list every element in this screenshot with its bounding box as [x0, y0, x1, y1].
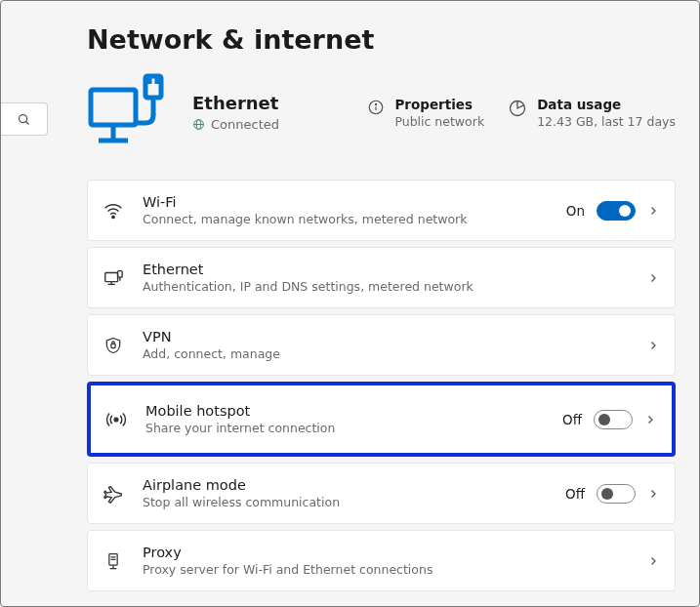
data-usage-label: Data usage — [537, 97, 676, 112]
vpn-card[interactable]: VPN Add, connect, manage — [87, 314, 676, 376]
wifi-sub: Connect, manage known networks, metered … — [143, 212, 549, 226]
search-button[interactable] — [1, 102, 48, 136]
connection-status: Connected — [211, 117, 279, 132]
chevron-right-icon — [647, 205, 659, 217]
wifi-title: Wi-Fi — [143, 194, 549, 210]
hotspot-icon — [104, 409, 128, 430]
hotspot-sub: Share your internet connection — [145, 421, 545, 435]
wifi-icon — [102, 200, 125, 222]
chevron-right-icon — [647, 272, 659, 284]
vpn-sub: Add, connect, manage — [143, 346, 630, 361]
airplane-state: Off — [565, 486, 585, 502]
data-usage-icon — [508, 99, 527, 118]
wifi-state: On — [566, 203, 585, 219]
ethernet-sub: Authentication, IP and DNS settings, met… — [143, 279, 630, 294]
hotspot-title: Mobile hotspot — [145, 403, 545, 419]
globe-icon — [192, 118, 205, 131]
svg-point-16 — [112, 216, 114, 218]
ethernet-card[interactable]: Ethernet Authentication, IP and DNS sett… — [87, 247, 676, 308]
connection-name: Ethernet — [192, 93, 344, 113]
chevron-right-icon — [644, 414, 656, 425]
svg-rect-17 — [105, 272, 118, 281]
chevron-right-icon — [647, 555, 659, 567]
vpn-title: VPN — [143, 329, 630, 344]
vpn-icon — [102, 335, 125, 356]
ethernet-title: Ethernet — [143, 262, 630, 277]
proxy-icon — [102, 550, 125, 572]
airplane-card[interactable]: Airplane mode Stop all wireless communic… — [87, 463, 676, 524]
chevron-right-icon — [647, 340, 659, 351]
wifi-card[interactable]: Wi-Fi Connect, manage known networks, me… — [87, 180, 676, 241]
airplane-title: Airplane mode — [143, 477, 548, 493]
data-usage-value: 12.43 GB, last 17 days — [537, 114, 676, 129]
ethernet-icon — [102, 267, 125, 289]
svg-rect-20 — [118, 270, 123, 276]
svg-point-14 — [376, 103, 377, 104]
ethernet-hero-icon — [87, 72, 169, 152]
wifi-toggle[interactable] — [597, 201, 636, 221]
hotspot-toggle[interactable] — [594, 410, 633, 429]
svg-rect-22 — [111, 344, 115, 347]
svg-line-1 — [26, 121, 29, 124]
properties-link[interactable]: Properties Public network — [367, 97, 484, 129]
airplane-sub: Stop all wireless communication — [143, 495, 548, 509]
airplane-toggle[interactable] — [597, 484, 636, 504]
properties-value: Public network — [394, 114, 484, 129]
properties-label: Properties — [394, 97, 484, 112]
chevron-right-icon — [647, 488, 659, 500]
data-usage-link[interactable]: Data usage 12.43 GB, last 17 days — [508, 97, 676, 129]
info-icon — [367, 99, 385, 116]
svg-rect-2 — [91, 90, 136, 125]
page-title: Network & internet — [87, 24, 676, 55]
hotspot-state: Off — [562, 412, 582, 427]
proxy-title: Proxy — [143, 545, 630, 560]
connection-hero: Ethernet Connected Properties Public net… — [87, 72, 676, 152]
proxy-sub: Proxy server for Wi-Fi and Ethernet conn… — [143, 562, 630, 577]
svg-point-0 — [20, 114, 27, 122]
svg-point-23 — [114, 418, 118, 422]
proxy-card[interactable]: Proxy Proxy server for Wi-Fi and Etherne… — [87, 530, 676, 591]
airplane-icon — [102, 483, 125, 505]
search-icon — [17, 112, 31, 127]
mobile-hotspot-card[interactable]: Mobile hotspot Share your internet conne… — [87, 382, 676, 457]
